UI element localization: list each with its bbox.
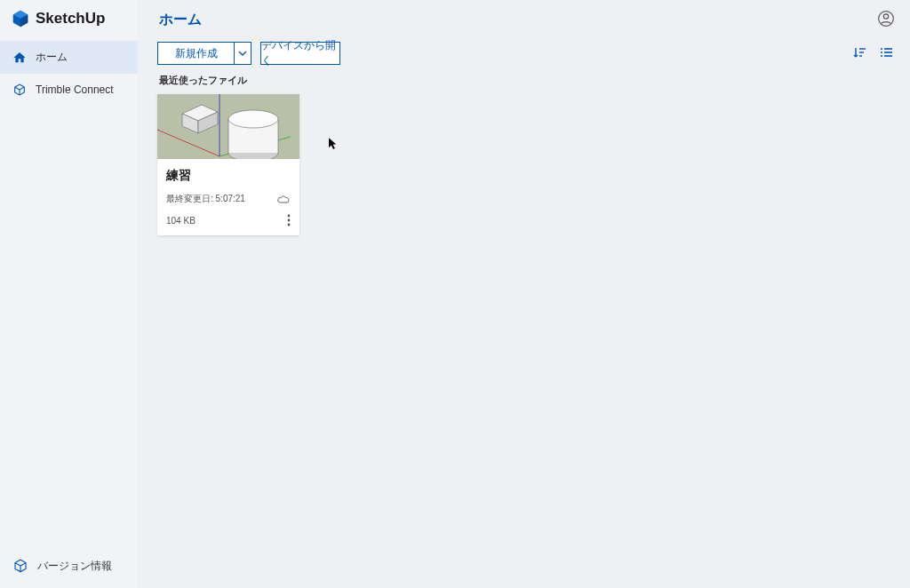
list-icon (879, 45, 893, 60)
sidebar-item-label: Trimble Connect (36, 83, 114, 96)
file-title: 練習 (166, 168, 291, 184)
sort-icon (852, 45, 866, 60)
file-card[interactable]: 練習 最終変更日: 5:07:21 104 KB (157, 94, 299, 235)
page-title: ホーム (152, 0, 896, 42)
nav-list: ホーム Trimble Connect (0, 41, 138, 549)
file-size: 104 KB (166, 216, 196, 226)
cloud-icon (276, 194, 291, 204)
file-thumbnail (157, 94, 299, 159)
sidebar-item-label: ホーム (36, 50, 68, 65)
account-button[interactable] (876, 9, 896, 28)
home-icon (12, 51, 27, 65)
version-info-label: バージョン情報 (37, 559, 112, 574)
toolbar: 新規作成 デバイスから開く (152, 42, 896, 65)
svg-point-14 (288, 224, 291, 226)
svg-point-11 (228, 110, 278, 128)
svg-point-16 (883, 14, 888, 19)
more-vertical-icon[interactable] (287, 214, 291, 226)
brand-name: SketchUp (36, 10, 105, 28)
view-toggle-group (850, 43, 896, 62)
sketchup-logo-icon (11, 9, 30, 28)
svg-point-13 (288, 219, 291, 222)
sort-view-button[interactable] (850, 43, 869, 62)
sidebar-item-trimble-connect[interactable]: Trimble Connect (0, 74, 138, 106)
new-dropdown-button[interactable] (234, 42, 251, 65)
main-content: ホーム 新規作成 デバイスから開く 最近使ったファイル (138, 0, 910, 588)
svg-point-22 (881, 55, 882, 57)
new-button-group: 新規作成 (157, 42, 251, 65)
sidebar: SketchUp ホーム Trimble Connect バージョン情報 (0, 0, 138, 588)
new-button[interactable]: 新規作成 (157, 42, 234, 65)
chevron-down-icon (238, 49, 247, 58)
mouse-cursor (329, 138, 339, 151)
file-card-body: 練習 最終変更日: 5:07:21 104 KB (157, 159, 299, 235)
list-view-button[interactable] (876, 43, 896, 62)
user-circle-icon (877, 10, 895, 28)
cube-icon (12, 83, 27, 97)
sketchup-small-icon (12, 558, 28, 574)
svg-point-12 (288, 215, 291, 218)
sidebar-item-home[interactable]: ホーム (0, 41, 138, 74)
svg-point-21 (881, 52, 882, 53)
svg-point-20 (881, 48, 882, 50)
recent-files-label: 最近使ったファイル (152, 65, 896, 94)
sidebar-version-info[interactable]: バージョン情報 (0, 549, 138, 588)
account-area (876, 9, 896, 28)
logo: SketchUp (0, 0, 138, 41)
file-modified: 最終変更日: 5:07:21 (166, 193, 245, 205)
open-from-device-button[interactable]: デバイスから開く (260, 42, 340, 65)
